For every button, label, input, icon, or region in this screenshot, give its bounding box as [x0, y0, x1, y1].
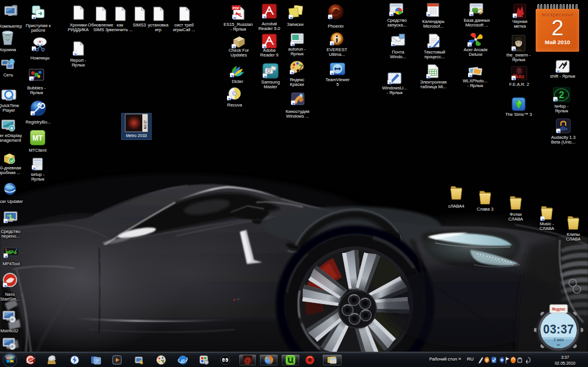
svg-text:Metro 2033: Metro 2033 — [126, 134, 147, 138]
svg-text:2 мая: 2 мая — [553, 338, 564, 342]
svg-text:Яндекс: Яндекс — [552, 307, 566, 312]
svg-text:MT: MT — [32, 134, 43, 142]
svg-text:@: @ — [244, 356, 251, 365]
svg-text:4°: 4° — [237, 298, 240, 301]
svg-text:PDF: PDF — [232, 6, 239, 10]
svg-text:A: A — [233, 298, 236, 302]
svg-text:03:37: 03:37 — [543, 322, 574, 336]
svg-text:вс: вс — [557, 343, 560, 346]
svg-text:NC-17: NC-17 — [143, 121, 147, 129]
svg-text:e: e — [181, 356, 185, 365]
